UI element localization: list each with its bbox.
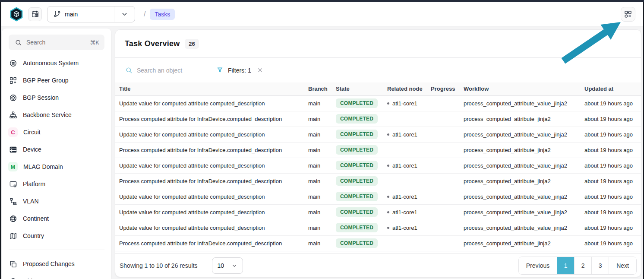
column-header-branch: Branch <box>308 82 336 95</box>
node-dot-icon <box>387 102 389 105</box>
table-row[interactable]: Update value for computed attribute comp… <box>115 220 641 235</box>
task-progress <box>431 173 464 189</box>
branch-selector[interactable]: main <box>47 6 135 22</box>
status-badge: COMPLETED <box>336 114 378 124</box>
sidebar-item-label: Continent <box>23 215 49 222</box>
task-progress <box>431 189 464 204</box>
infrahub-logo-icon[interactable] <box>9 7 24 22</box>
table-row[interactable]: Update value for computed attribute comp… <box>115 189 641 204</box>
sidebar-item-mlag-domain[interactable]: MMLAG Domain <box>2 158 111 175</box>
sidebar-item-circuit[interactable]: CCircuit <box>2 124 111 141</box>
previous-page-button[interactable]: Previous <box>519 257 557 274</box>
task-branch: main <box>308 142 336 158</box>
table-row[interactable]: Process computed attribute for InfraDevi… <box>115 173 641 189</box>
next-page-button[interactable]: Next <box>609 257 636 274</box>
status-badge: COMPLETED <box>336 223 378 232</box>
object-management-icon <box>9 277 17 279</box>
task-title: Process computed attribute for InfraDevi… <box>115 111 308 127</box>
table-row[interactable]: Process computed attribute for InfraDevi… <box>115 142 641 158</box>
task-branch: main <box>308 189 336 204</box>
task-workflow: process_computed_attribute_jinja2 <box>464 235 584 251</box>
mlag-letter-icon: M <box>8 162 18 171</box>
task-workflow: process_computed_attribute_value_jinja2 <box>464 158 584 173</box>
filters-label: Filters: 1 <box>228 67 251 74</box>
task-workflow: process_computed_attribute_value_jinja2 <box>464 204 584 220</box>
table-row[interactable]: Update value for computed attribute comp… <box>115 95 641 111</box>
task-progress <box>431 220 464 235</box>
task-title: Update value for computed attribute comp… <box>115 189 308 204</box>
sidebar-item-continent[interactable]: Continent <box>2 210 111 227</box>
page-size-select[interactable]: 10 <box>212 257 243 274</box>
object-search-input[interactable]: Search an object <box>124 66 215 75</box>
continent-icon <box>9 214 17 223</box>
page-button-1[interactable]: 1 <box>557 257 574 274</box>
task-workflow: process_computed_attribute_jinja2 <box>464 142 584 158</box>
task-related-node: atl1-core1 <box>387 127 431 142</box>
bgp-peer-group-icon <box>9 76 17 85</box>
window-title-strip <box>0 0 644 2</box>
table-row[interactable]: Update value for computed attribute comp… <box>115 204 641 220</box>
sidebar-item-vlan[interactable]: VLAN <box>2 193 111 210</box>
task-related-node: atl1-core1 <box>387 220 431 235</box>
branch-name: main <box>65 11 78 18</box>
node-dot-icon <box>387 196 389 198</box>
table-row[interactable]: Update value for computed attribute comp… <box>115 127 641 142</box>
sidebar-item-label: BGP Session <box>23 94 59 101</box>
sidebar-item-bgp-peer-group[interactable]: BGP Peer Group <box>2 72 111 89</box>
sidebar-search-input[interactable]: Search ⌘K <box>9 35 104 50</box>
task-related-node <box>387 235 431 251</box>
branch-selector-value[interactable]: main <box>47 10 114 19</box>
task-related-node <box>387 142 431 158</box>
tasks-table: TitleBranchStateRelated nodeProgressWork… <box>115 82 641 251</box>
task-branch: main <box>308 127 336 142</box>
sidebar-item-platform[interactable]: Platform <box>2 175 111 193</box>
page-title: Task Overview <box>125 39 180 48</box>
breadcrumb-tasks[interactable]: Tasks <box>150 9 175 20</box>
status-badge: COMPLETED <box>336 238 378 248</box>
task-overview-panel: Task Overview 26 Search an object Filter… <box>115 29 641 277</box>
chevron-down-icon <box>231 263 237 269</box>
filter-bar: Search an object Filters: 1 <box>115 58 641 82</box>
sidebar-item-bgp-session[interactable]: BGP Session <box>2 89 111 106</box>
sidebar-item-label: BGP Peer Group <box>23 77 69 84</box>
task-progress <box>431 127 464 142</box>
page-button-2[interactable]: 2 <box>574 257 591 274</box>
column-header-related-node: Related node <box>387 82 431 95</box>
task-state: COMPLETED <box>336 111 387 127</box>
table-row[interactable]: Update value for computed attribute comp… <box>115 158 641 173</box>
sidebar-item-proposed-changes[interactable]: Proposed Changes <box>2 255 111 273</box>
sidebar-item-object-management[interactable]: Object Management <box>2 273 111 279</box>
sidebar-item-country[interactable]: Country <box>2 227 111 244</box>
sidebar-item-backbone-service[interactable]: Backbone Service <box>2 106 111 124</box>
task-branch: main <box>308 173 336 189</box>
search-icon <box>124 66 133 75</box>
status-badge: COMPLETED <box>336 161 378 170</box>
filters-control[interactable]: Filters: 1 <box>215 66 263 75</box>
schema-icon <box>624 10 632 19</box>
clear-filters-button[interactable] <box>257 67 263 73</box>
x-icon <box>257 67 263 73</box>
sidebar-search-shortcut: ⌘K <box>90 39 99 46</box>
sidebar-item-device[interactable]: Device <box>2 141 111 158</box>
task-count-badge: 26 <box>185 39 199 49</box>
table-row[interactable]: Process computed attribute for InfraDevi… <box>115 235 641 251</box>
schema-visualizer-button[interactable] <box>621 7 635 22</box>
task-workflow: process_computed_attribute_jinja2 <box>464 111 584 127</box>
sidebar-item-autonomous-system[interactable]: Autonomous System <box>2 54 111 72</box>
status-badge: COMPLETED <box>336 145 378 155</box>
table-row[interactable]: Process computed attribute for InfraDevi… <box>115 111 641 127</box>
device-icon <box>9 145 17 154</box>
calendar-clock-button[interactable] <box>28 7 42 21</box>
node-dot-icon <box>387 211 389 213</box>
task-title: Update value for computed attribute comp… <box>115 95 308 111</box>
task-updated-at: about 19 hours ago <box>584 204 641 220</box>
sidebar-item-label: MLAG Domain <box>23 163 63 170</box>
task-branch: main <box>308 204 336 220</box>
branch-dropdown-toggle[interactable] <box>114 6 135 22</box>
page-button-3[interactable]: 3 <box>591 257 609 274</box>
column-header-progress: Progress <box>431 82 464 95</box>
search-icon <box>14 38 22 47</box>
pagination: Previous123Next <box>518 257 637 275</box>
git-branch-icon <box>53 10 61 19</box>
task-updated-at: about 19 hours ago <box>584 235 641 251</box>
